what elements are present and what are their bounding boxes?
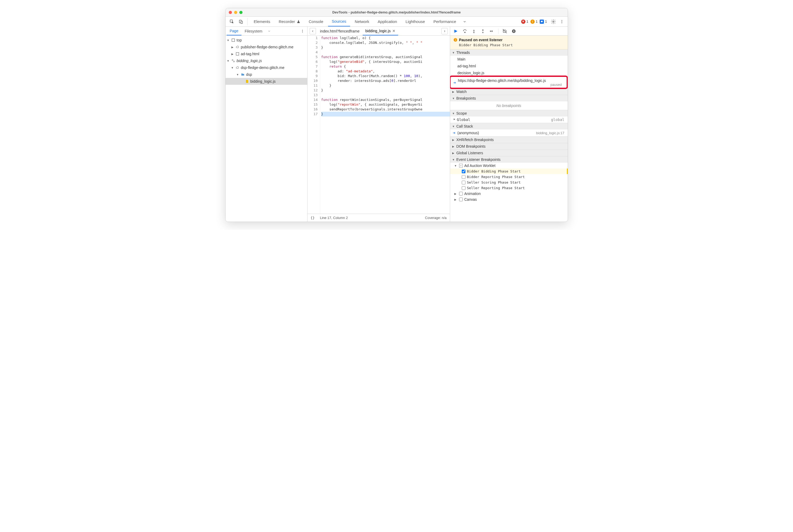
tab-sources[interactable]: Sources xyxy=(328,17,350,26)
main-tab-bar: Elements Recorder Console Sources Networ… xyxy=(226,17,568,27)
canvas-checkbox[interactable] xyxy=(459,197,463,201)
frame-icon xyxy=(235,52,240,56)
tree-ad-tag[interactable]: ▶ ad-tag.html xyxy=(226,51,307,57)
nav-kebab-icon[interactable] xyxy=(299,27,306,35)
svg-rect-23 xyxy=(455,40,455,41)
code-editor[interactable]: 1234567891011121314151617 function log(l… xyxy=(307,36,450,214)
elb-animation[interactable]: ▶ Animation xyxy=(450,191,568,196)
ssps-checkbox[interactable] xyxy=(462,181,466,184)
step-out-button[interactable] xyxy=(480,28,486,34)
current-frame-marker-icon: ➔ xyxy=(453,131,455,135)
tab-elements[interactable]: Elements xyxy=(250,17,274,26)
pause-on-exceptions-button[interactable] xyxy=(511,28,517,34)
xhr-breakpoints-header[interactable]: ▶XHR/fetch Breakpoints xyxy=(450,137,568,143)
tab-performance[interactable]: Performance xyxy=(430,17,460,26)
cloud-icon xyxy=(235,45,240,50)
watch-header[interactable]: ▶Watch xyxy=(450,89,568,95)
navigator-panel: Page Filesystem ▼ top ▶ xyxy=(226,27,307,222)
inspect-element-icon[interactable] xyxy=(228,18,235,25)
callstack-header[interactable]: ▼Call Stack xyxy=(450,123,568,129)
svg-point-13 xyxy=(233,61,234,62)
nav-back-button[interactable] xyxy=(309,28,316,34)
elb-srps[interactable]: Seller Reporting Phase Start xyxy=(450,185,568,191)
elb-ad-auction[interactable]: ▼ − Ad Auction Worklet xyxy=(450,163,568,169)
file-tab-bidding[interactable]: bidding_logic.js ✕ xyxy=(363,27,398,35)
elb-canvas[interactable]: ▶ Canvas xyxy=(450,196,568,202)
tab-lighthouse[interactable]: Lighthouse xyxy=(402,17,429,26)
elb-bbps[interactable]: Bidder Bidding Phase Start xyxy=(450,169,568,174)
tree-dsp-folder[interactable]: ▼ dsp xyxy=(226,71,307,78)
minimize-window-button[interactable] xyxy=(234,11,237,14)
svg-point-17 xyxy=(483,32,483,33)
scope-header[interactable]: ▼Scope xyxy=(450,110,568,116)
svg-point-3 xyxy=(553,21,554,22)
srps-checkbox[interactable] xyxy=(462,186,466,190)
nav-tab-filesystem[interactable]: Filesystem xyxy=(242,27,265,35)
tree-bidding-logic-file[interactable]: bidding_logic.js xyxy=(226,78,307,85)
code-content: function log(label, o) { console.log(lab… xyxy=(320,36,450,214)
thread-current[interactable]: ➔ https://dsp-fledge-demo.glitch.me/dsp/… xyxy=(451,77,567,88)
tab-network[interactable]: Network xyxy=(351,17,373,26)
svg-point-9 xyxy=(302,32,302,32)
callstack-frame[interactable]: ➔ (anonymous) bidding_logic.js:17 xyxy=(450,129,568,136)
bbps-checkbox[interactable] xyxy=(462,170,466,173)
minus-checkbox-icon[interactable]: − xyxy=(459,164,463,168)
more-tabs-icon[interactable] xyxy=(461,18,468,25)
thread-adtag[interactable]: ad-tag.html xyxy=(450,63,568,70)
error-count-badge[interactable]: ✕ 1 xyxy=(521,20,528,24)
info-icon xyxy=(453,38,457,42)
tab-recorder[interactable]: Recorder xyxy=(275,17,304,26)
nav-tab-page[interactable]: Page xyxy=(227,27,242,35)
dom-breakpoints-header[interactable]: ▶DOM Breakpoints xyxy=(450,143,568,150)
scope-global[interactable]: ▶Global global xyxy=(450,116,568,123)
elb-ssps[interactable]: Seller Scoring Phase Start xyxy=(450,179,568,185)
settings-icon[interactable] xyxy=(550,18,557,25)
nav-forward-button[interactable] xyxy=(441,28,448,34)
global-listeners-header[interactable]: ▶Global Listeners xyxy=(450,150,568,156)
animation-checkbox[interactable] xyxy=(459,192,463,195)
step-over-button[interactable] xyxy=(462,28,468,34)
device-toggle-icon[interactable] xyxy=(237,18,245,25)
tree-worklet[interactable]: ▼ bidding_logic.js xyxy=(226,57,307,64)
file-tab-index[interactable]: index.html?fencedframe xyxy=(318,27,362,35)
tab-application[interactable]: Application xyxy=(374,17,401,26)
folder-icon xyxy=(240,72,245,77)
close-window-button[interactable] xyxy=(229,11,232,14)
step-into-button[interactable] xyxy=(471,28,477,34)
close-tab-icon[interactable]: ✕ xyxy=(392,29,395,33)
kebab-menu-icon[interactable] xyxy=(558,18,566,25)
tree-publisher-domain[interactable]: ▶ publisher-fledge-demo.glitch.me xyxy=(226,43,307,51)
threads-header[interactable]: ▼Threads xyxy=(450,50,568,56)
maximize-window-button[interactable] xyxy=(239,11,243,14)
svg-point-4 xyxy=(561,20,562,21)
svg-point-15 xyxy=(465,32,465,33)
threads-section: ▼Threads Main ad-tag.html decision_logic… xyxy=(450,50,568,89)
svg-point-8 xyxy=(302,31,302,31)
brps-checkbox[interactable] xyxy=(462,175,466,179)
event-listener-breakpoints-header[interactable]: ▼Event Listener Breakpoints xyxy=(450,156,568,163)
cloud-icon xyxy=(235,65,240,70)
tree-dsp-domain[interactable]: ▼ dsp-fledge-demo.glitch.me xyxy=(226,64,307,71)
message-count-badge[interactable]: 1 xyxy=(540,20,547,24)
error-icon: ✕ xyxy=(521,20,525,24)
tab-console[interactable]: Console xyxy=(305,17,327,26)
coverage-status: Coverage: n/a xyxy=(425,216,447,220)
svg-point-19 xyxy=(512,29,515,33)
thread-main[interactable]: Main xyxy=(450,56,568,63)
svg-point-18 xyxy=(490,31,491,32)
elb-brps[interactable]: Bidder Reporting Phase Start xyxy=(450,174,568,179)
svg-point-16 xyxy=(473,32,474,33)
current-thread-marker-icon: ➔ xyxy=(453,81,456,84)
deactivate-breakpoints-button[interactable] xyxy=(502,28,508,34)
step-button[interactable] xyxy=(489,28,495,34)
svg-point-12 xyxy=(232,59,233,60)
tree-top[interactable]: ▼ top xyxy=(226,37,307,43)
thread-decision[interactable]: decision_logic.js xyxy=(450,70,568,76)
nav-more-tabs-icon[interactable] xyxy=(265,27,273,35)
resume-button[interactable] xyxy=(453,28,459,34)
pretty-print-icon[interactable]: {} xyxy=(310,216,315,220)
breakpoints-header[interactable]: ▼Breakpoints xyxy=(450,95,568,101)
svg-rect-2 xyxy=(241,21,243,23)
window-title: DevTools - publisher-fledge-demo.glitch.… xyxy=(226,10,568,14)
warning-count-badge[interactable]: ! 1 xyxy=(530,20,537,24)
